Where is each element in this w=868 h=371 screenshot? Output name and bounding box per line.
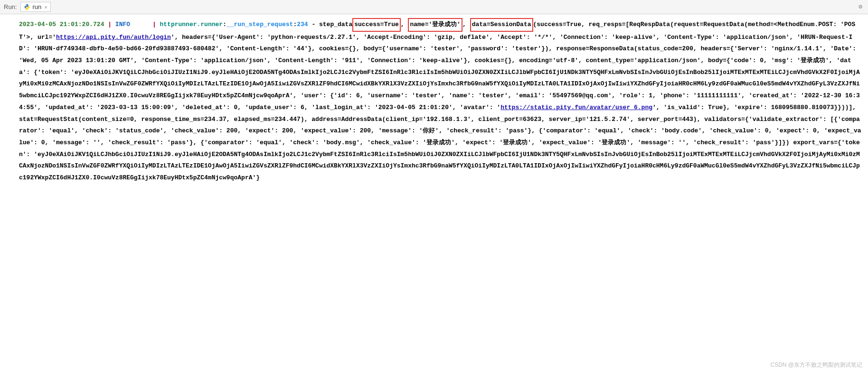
log-lineno: 234 [297, 21, 308, 28]
log-module: httprunner.runner [160, 21, 223, 28]
python-icon [24, 4, 30, 10]
run-titlebar: Run: run × ⚙ [0, 0, 868, 14]
highlight-data: data=SessionData [470, 18, 533, 32]
tab-label: run [32, 3, 41, 10]
highlight-name: name='登录成功' [408, 18, 462, 32]
log-sep: | [108, 21, 115, 28]
gear-icon[interactable]: ⚙ [859, 3, 862, 10]
run-tab[interactable]: run × [20, 2, 50, 12]
log-func: __run_step_request [226, 21, 293, 28]
log-pipe: | [152, 21, 160, 28]
log-body-c: ', 'is_valid': True}, 'expire': 16809588… [19, 104, 861, 181]
log-timestamp: 2023-04-05 21:01:20.724 [19, 21, 104, 28]
avatar-link[interactable]: https://static.pity.fun/avatar/user_6.pn… [500, 104, 652, 111]
log-level: INFO [115, 21, 130, 28]
run-label: Run: [4, 3, 17, 10]
log-prefix: step_data [319, 21, 352, 28]
log-body-b: ', headers={'User-Agent': 'python-reques… [19, 34, 860, 111]
console-output[interactable]: 2023-04-05 21:01:20.724 | INFO | httprun… [0, 14, 868, 194]
highlight-success: success=True [352, 18, 401, 32]
close-icon[interactable]: × [44, 4, 47, 10]
api-login-link[interactable]: https://api.pity.fun/auth/login [56, 34, 171, 41]
